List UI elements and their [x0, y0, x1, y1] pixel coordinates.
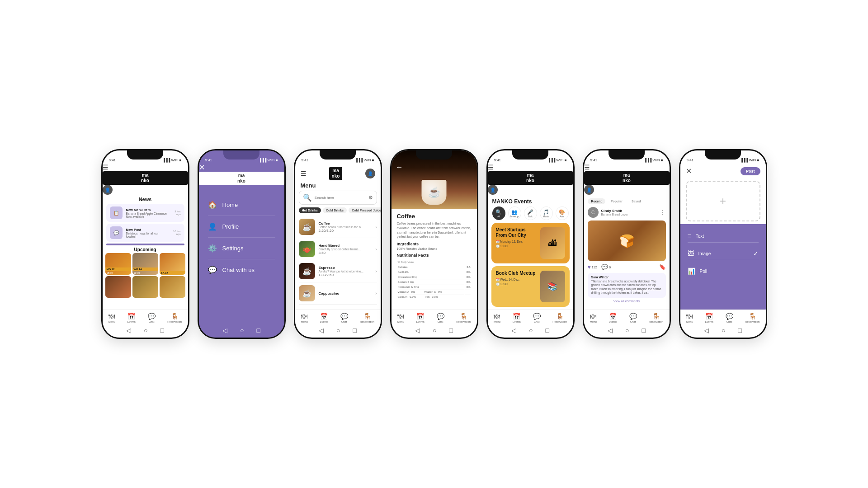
- nav-reservation-1[interactable]: 🪑Reservation: [167, 313, 182, 323]
- search-bar-3[interactable]: 🔍 ⚙: [299, 191, 377, 205]
- post-button[interactable]: Post: [741, 167, 760, 175]
- nav-events-6[interactable]: 📅Events: [609, 313, 617, 323]
- nav-chat-1[interactable]: 💬Chat: [148, 313, 156, 323]
- event-card-startups[interactable]: Meet Startups From Our City 📅 Monday, 12…: [491, 223, 570, 263]
- nav-chat-5[interactable]: 💬Chat: [533, 313, 541, 323]
- list-item-espresso[interactable]: ☕ Espresso Awake? Your perfect choice wh…: [299, 260, 377, 282]
- nav-events-4[interactable]: 📅Events: [416, 313, 425, 323]
- hamburger-icon-3[interactable]: ☰: [301, 170, 307, 177]
- nutrition-value: 8%: [465, 275, 471, 279]
- event-card-2[interactable]: WE 14 19:30: [132, 253, 158, 275]
- nav-menu-4[interactable]: 🍽Menu: [397, 313, 404, 323]
- event-title-startups: Meet Startups From Our City: [496, 227, 537, 238]
- hamburger-icon[interactable]: ☰: [103, 164, 108, 171]
- phone-events: 9:41▐▐▐ WiFi ■ ☰ ma nko 👤 MANKO Events 🔍…: [486, 149, 575, 339]
- coffee-thumb: ☕: [299, 219, 315, 235]
- close-sidebar-icon[interactable]: ✕: [199, 164, 205, 171]
- nav-chat-3[interactable]: 💬Chat: [340, 313, 348, 323]
- sidebar-item-settings[interactable]: ⚙️ Settings: [208, 238, 275, 259]
- filter-arts[interactable]: 🎨 Arts: [556, 206, 569, 220]
- event-card-4[interactable]: [105, 276, 131, 298]
- nav-chat-4[interactable]: 💬Chat: [437, 313, 444, 323]
- type-text-option[interactable]: ≡ Text: [688, 230, 759, 243]
- event-card-5[interactable]: [132, 276, 158, 298]
- hamburger-icon-6[interactable]: ☰: [584, 164, 590, 171]
- nav-menu-7[interactable]: 🍽Menu: [686, 313, 693, 323]
- news-item-1[interactable]: 📋 New Menu Item Banana Bread Apple Cinna…: [106, 204, 184, 222]
- type-poll-option[interactable]: 📊 Poll: [688, 265, 759, 277]
- list-item-cappuccino[interactable]: ☕ Cappuccino ›: [299, 282, 377, 305]
- ingredients-title: Ingredients: [397, 242, 472, 246]
- coffee-price: 2.20/3.20: [319, 229, 372, 233]
- nav-events-3[interactable]: 📅Events: [320, 313, 328, 323]
- comment-icon: 💬: [601, 264, 608, 270]
- avatar-5[interactable]: 👤: [488, 185, 498, 195]
- filter-music[interactable]: 🎵 Music: [540, 206, 553, 220]
- sidebar-item-chat[interactable]: 💬 Chat with us: [208, 259, 275, 281]
- nav-chat-6[interactable]: 💬Chat: [629, 313, 637, 323]
- avatar-6[interactable]: 👤: [584, 185, 594, 195]
- table-row: Calcium 0.9%Iron 0.1%: [398, 295, 471, 299]
- menu-header-3: ☰ ma nko 👤: [295, 163, 381, 182]
- phone-menu-list: 9:41▐▐▐ WiFi ■ ☰ ma nko 👤 Menu 🔍 ⚙: [294, 149, 382, 339]
- filter-recent[interactable]: Recent: [588, 198, 605, 204]
- comment-button[interactable]: 💬 6: [601, 264, 611, 270]
- phone-social: 9:41▐▐▐ WiFi ■ ☰ ma nko 👤 Recent Popular…: [583, 149, 671, 339]
- type-options-panel: ≡ Text 🖼 Image ✓ 📊 P: [680, 224, 766, 310]
- nav-events-5[interactable]: 📅Events: [513, 313, 521, 323]
- post-author: C Cindy Smith Banana Bread Lover ⋮: [588, 207, 666, 218]
- nav-reservation-3[interactable]: 🪑Reservation: [360, 313, 374, 323]
- nav-reservation-5[interactable]: 🪑Reservation: [552, 313, 567, 323]
- sidebar-item-home[interactable]: 🏠 Home: [208, 194, 275, 216]
- avatar-1[interactable]: 👤: [103, 185, 113, 195]
- nutrition-value: 8%: [465, 270, 471, 274]
- list-item-coffee[interactable]: ☕ Coffee Coffee beans processed in the b…: [299, 216, 377, 238]
- event-card-1[interactable]: MO 12 18:30: [105, 253, 131, 275]
- avatar-3[interactable]: 👤: [365, 169, 375, 178]
- like-button[interactable]: ♥ 112: [588, 264, 597, 270]
- comment-count: 6: [609, 266, 611, 269]
- tab-cold-pressed[interactable]: Cold Pressed Juice: [349, 207, 380, 213]
- back-button-4[interactable]: ←: [396, 163, 403, 171]
- nav-menu-3[interactable]: 🍽Menu: [301, 313, 308, 323]
- save-button[interactable]: 🔖: [659, 264, 666, 270]
- nav-menu-1[interactable]: 🍽Menu: [108, 313, 115, 323]
- nav-reservation-7[interactable]: 🪑Reservation: [745, 313, 760, 323]
- tab-hot-drinks[interactable]: Hot Drinks: [299, 207, 321, 213]
- news-item-2[interactable]: 💬 New Post Delicious news for all our fo…: [106, 224, 184, 242]
- filter-icon-3[interactable]: ⚙: [368, 195, 373, 201]
- event-card-3[interactable]: SA 17: [160, 253, 185, 275]
- nav-menu-6[interactable]: 🍽Menu: [590, 313, 597, 323]
- view-all-comments[interactable]: View all comments: [588, 300, 666, 303]
- menu-title-3: Menu: [301, 182, 375, 189]
- news-time-2: 10 hrsago: [173, 230, 181, 235]
- nav-chat-7[interactable]: 💬Chat: [726, 313, 733, 323]
- hamburger-icon-5[interactable]: ☰: [488, 164, 494, 171]
- event-card-bookclub[interactable]: Book Club Meetup 📅 Wed., 14. Dez. 🕕 19:3…: [491, 266, 570, 307]
- filter-saved[interactable]: Saved: [628, 198, 645, 204]
- nav-reservation-6[interactable]: 🪑Reservation: [649, 313, 663, 323]
- search-input-3[interactable]: [315, 196, 366, 200]
- filter-meetup[interactable]: 👥 Meetup: [508, 206, 521, 220]
- filter-popular[interactable]: Popular: [607, 198, 626, 204]
- upload-area[interactable]: +: [686, 181, 760, 221]
- bottom-nav-4: 🍽Menu 📅Events 💬Chat 🪑Reservation: [392, 310, 477, 325]
- nav-reservation-4[interactable]: 🪑Reservation: [456, 313, 471, 323]
- nav-events-1[interactable]: 📅Events: [127, 313, 136, 323]
- type-image-option[interactable]: 🖼 Image ✓: [688, 247, 759, 260]
- event-card-6[interactable]: [160, 276, 185, 298]
- nav-menu-5[interactable]: 🍽Menu: [494, 313, 500, 323]
- list-item-handfiltered[interactable]: 🫖 Handfiltered Carefully grinded coffee …: [299, 238, 377, 260]
- sidebar-item-profile[interactable]: 👤 Profile: [208, 216, 275, 238]
- filter-talk[interactable]: 🎤 Talk: [524, 206, 537, 220]
- tab-cold-drinks[interactable]: Cold Drinks: [323, 207, 347, 213]
- nutrition-label: Calories: [398, 265, 464, 269]
- espresso-desc: Awake? Your perfect choice whe...: [319, 270, 372, 273]
- post-options-button[interactable]: ⋮: [660, 209, 666, 216]
- ingredients-value: 100% Roasted Arabia Beans: [397, 247, 472, 250]
- close-create-button[interactable]: ✕: [686, 167, 692, 175]
- nav-events-7[interactable]: 📅Events: [705, 313, 713, 323]
- top-bar-1: ☰ ma nko 👤: [103, 163, 188, 195]
- news-item-desc-1: Banana Bread Apple Cinnamon: [126, 212, 171, 215]
- filter-all[interactable]: 🔍 All: [492, 206, 505, 220]
